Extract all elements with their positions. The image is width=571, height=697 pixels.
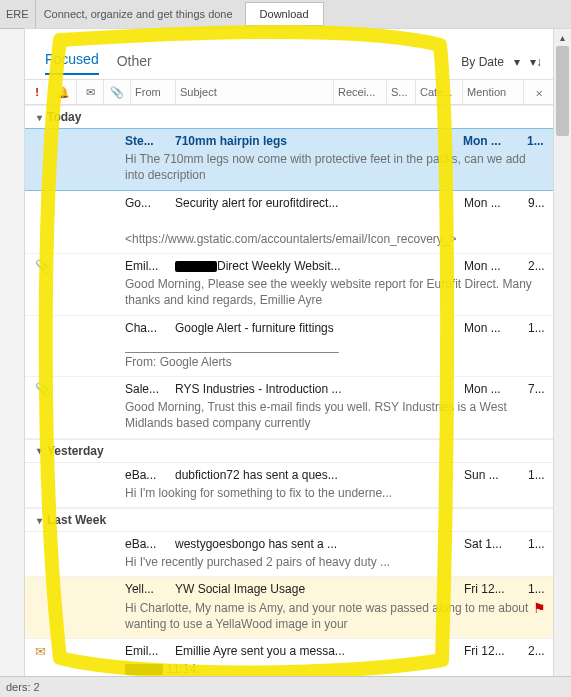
msg-from: Yell... (125, 581, 171, 597)
msg-count: 7... (528, 381, 548, 397)
msg-from: Sale... (125, 381, 171, 397)
message-row[interactable]: Emil... Direct Weekly Websit... Mon ... … (25, 254, 554, 316)
group-label: Last Week (47, 513, 106, 527)
msg-received: Mon ... (464, 320, 528, 336)
msg-subject: YW Social Image Usage (171, 581, 464, 597)
msg-subject: Security alert for eurofitdirect... (171, 195, 464, 211)
msg-preview: Hi The 710mm legs now come with protecti… (125, 151, 547, 183)
msg-preview: Hi I'm looking for something to fix to t… (125, 485, 548, 501)
msg-from: Ste... (125, 133, 171, 149)
sort-direction-icon[interactable]: ↓ (530, 55, 542, 69)
message-row[interactable]: Ste... 710mm hairpin legs Mon ... 1... H… (25, 128, 554, 191)
col-attachment[interactable] (104, 80, 131, 104)
msg-preview: Good Morning, Please see the weekly webs… (125, 276, 548, 308)
group-today[interactable]: Today (25, 105, 554, 129)
col-mention[interactable]: Mention (463, 80, 524, 104)
app-tag: ERE (0, 0, 36, 28)
msg-preview: Hi I've recently purchased 2 pairs of he… (125, 554, 548, 570)
message-row[interactable]: Cha... Google Alert - furniture fittings… (25, 316, 554, 378)
col-filter[interactable]: ⨉ (524, 80, 554, 104)
msg-received: Sun ... (464, 467, 528, 483)
chevron-down-icon (31, 515, 47, 526)
msg-received: Mon ... (464, 195, 528, 211)
msg-subject: RYS Industries - Introduction ... (171, 381, 464, 397)
col-categories[interactable]: Cate... (416, 80, 463, 104)
msg-preview: ________________________________ From: G… (125, 338, 548, 370)
message-list: Today Ste... 710mm hairpin legs Mon ... … (25, 105, 554, 697)
download-button[interactable]: Download (245, 2, 324, 26)
msg-subject: dubfiction72 has sent a ques... (171, 467, 464, 483)
filter-icon: ⨉ (536, 86, 542, 99)
group-yesterday[interactable]: Yesterday (25, 439, 554, 463)
msg-from: Emil... (125, 643, 171, 659)
sort-by-date[interactable]: By Date (461, 55, 504, 69)
column-headers: From Subject Recei... S... Cate... Menti… (25, 79, 554, 105)
message-row[interactable]: Yell... YW Social Image Usage Fri 12... … (25, 577, 554, 639)
msg-subject: Emillie Ayre sent you a messa... (171, 643, 464, 659)
msg-count: 2... (528, 643, 548, 659)
msg-preview: Hi Charlotte, My name is Amy, and your n… (125, 600, 548, 632)
msg-count: 9... (528, 195, 548, 211)
msg-received: Fri 12... (464, 643, 528, 659)
msg-count: 1... (528, 320, 548, 336)
col-received[interactable]: Recei... (334, 80, 387, 104)
message-row[interactable]: eBa... westygoesbongo has sent a ... Sat… (25, 532, 554, 577)
vertical-scrollbar[interactable] (553, 29, 571, 697)
col-subject[interactable]: Subject (176, 80, 334, 104)
scroll-thumb[interactable] (556, 46, 569, 136)
paperclip-icon (110, 86, 124, 99)
message-row[interactable]: Sale... RYS Industries - Introduction ..… (25, 377, 554, 439)
envelope-icon (35, 643, 46, 661)
paperclip-icon (35, 258, 51, 276)
tab-focused[interactable]: Focused (45, 51, 99, 75)
msg-count: 1... (527, 133, 547, 149)
msg-received: Sat 1... (464, 536, 528, 552)
msg-subject: Direct Weekly Websit... (171, 258, 464, 274)
group-last-week[interactable]: Last Week (25, 508, 554, 532)
mail-icon (86, 86, 95, 99)
msg-count: 1... (528, 536, 548, 552)
msg-received: Fri 12... (464, 581, 528, 597)
msg-preview: Good Morning, Trust this e-mail finds yo… (125, 399, 548, 431)
message-row[interactable]: Go... Security alert for eurofitdirect..… (25, 191, 554, 254)
chevron-down-icon[interactable] (514, 55, 520, 69)
group-label: Yesterday (47, 444, 104, 458)
msg-preview: <https://www.gstatic.com/accountalerts/e… (125, 231, 548, 247)
status-items: ders: 2 (6, 681, 40, 693)
msg-received: Mon ... (464, 258, 528, 274)
mail-pane: Focused Other By Date ↓ From Subject Rec… (24, 28, 571, 697)
status-bar: ders: 2 (0, 676, 571, 697)
msg-from: Go... (125, 195, 171, 211)
bell-icon (56, 86, 70, 99)
col-from[interactable]: From (131, 80, 176, 104)
msg-subject: westygoesbongo has sent a ... (171, 536, 464, 552)
chevron-down-icon (31, 112, 47, 123)
msg-subject: 710mm hairpin legs (171, 133, 463, 149)
msg-count: 1... (528, 467, 548, 483)
col-size[interactable]: S... (387, 80, 416, 104)
msg-from: Emil... (125, 258, 171, 274)
message-row[interactable]: eBa... dubfiction72 has sent a ques... S… (25, 463, 554, 508)
msg-received: Mon ... (464, 381, 528, 397)
msg-from: eBa... (125, 467, 171, 483)
chevron-down-icon (31, 445, 47, 456)
msg-count: 2... (528, 258, 548, 274)
msg-subject: Google Alert - furniture fittings (171, 320, 464, 336)
col-reminder[interactable] (50, 80, 77, 104)
scroll-up-icon[interactable] (554, 29, 571, 46)
flag-icon[interactable] (533, 598, 546, 617)
msg-from: Cha... (125, 320, 171, 336)
col-icon[interactable] (77, 80, 104, 104)
msg-from: eBa... (125, 536, 171, 552)
app-description: Connect, organize and get things done (36, 0, 241, 28)
group-label: Today (47, 110, 81, 124)
msg-count: 1... (528, 581, 548, 597)
paperclip-icon (35, 381, 51, 399)
tab-other[interactable]: Other (117, 53, 152, 75)
importance-icon (35, 86, 39, 98)
col-importance[interactable] (25, 80, 50, 104)
msg-received: Mon ... (463, 133, 527, 149)
